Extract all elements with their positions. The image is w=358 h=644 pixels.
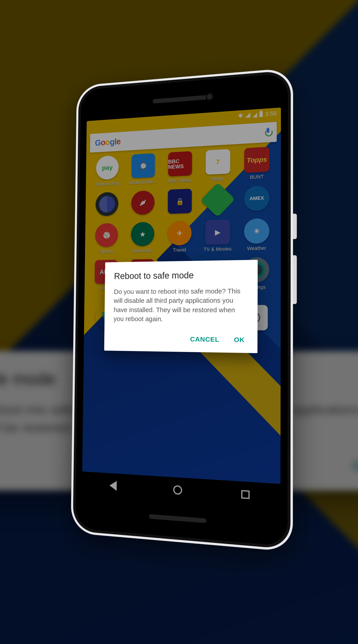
home-button[interactable] [172,484,183,496]
svg-point-1 [178,314,180,315]
app-tv-movies[interactable]: ▶ TV & Movies [199,219,236,252]
ok-button[interactable]: OK [232,333,247,346]
svg-point-11 [252,315,257,320]
app-feedly[interactable] [199,187,236,214]
blogs-icon: 7 [206,149,230,175]
app-amex[interactable]: AMEX [238,185,276,213]
clock-time: 3:56 [265,110,277,118]
reboot-dialog: Reboot to safe mode Do you want to reboo… [104,260,258,353]
tv-icon: ▶ [205,219,230,245]
phone-mockup: ✱ ◢ 3:56 Google p [71,68,293,552]
bottom-speaker [149,514,207,523]
dialog-actions: CANCEL OK [113,330,247,349]
dialog-title: Reboot to safe mode [114,270,248,281]
app-label: Settings [247,284,266,290]
gear-icon [244,257,269,283]
svg-point-12 [252,315,257,320]
bluetooth-icon: ✱ [238,112,243,119]
feedly-icon [200,182,235,217]
earpiece-speaker [153,95,209,104]
camera-app-icon[interactable] [242,305,268,330]
app-label: TV & Movies [204,246,232,252]
svg-point-9 [250,313,259,322]
cancel-button[interactable]: CANCEL [188,333,221,346]
svg-point-4 [178,316,180,318]
cell-signal-icon: ◢ [253,111,257,118]
modal-scrim: Reboot to safe mode Do you want to reboo… [82,108,281,510]
hangouts-app-icon[interactable] [204,305,229,330]
app-blogs[interactable]: 7 Blogs [200,149,236,183]
svg-point-8 [181,319,183,321]
app-bunt[interactable]: Topps BUNT [238,146,276,181]
wifi-icon [245,112,250,118]
battery-icon [259,112,263,117]
amex-icon: AMEX [244,185,269,211]
app-settings[interactable]: Settings [238,257,276,290]
voice-search-icon[interactable] [265,128,271,137]
svg-point-2 [181,314,183,315]
svg-point-10 [252,315,257,320]
app-weather[interactable]: ☀ Weather [238,218,276,252]
phone-screen: ✱ ◢ 3:56 Google p [82,108,281,510]
app-label: BUNT [250,174,264,180]
dialog-body: Do you want to reboot into safe mode? Th… [114,286,248,324]
weather-icon: ☀ [244,218,269,244]
bunt-icon: Topps [244,147,269,173]
recents-button[interactable] [239,488,251,501]
power-button[interactable] [293,214,297,239]
app-label: Blogs [212,176,224,182]
front-camera [206,92,214,101]
app-label: Weather [247,245,266,252]
svg-point-5 [181,316,183,318]
volume-rocker[interactable] [293,255,297,304]
svg-point-7 [178,319,180,321]
